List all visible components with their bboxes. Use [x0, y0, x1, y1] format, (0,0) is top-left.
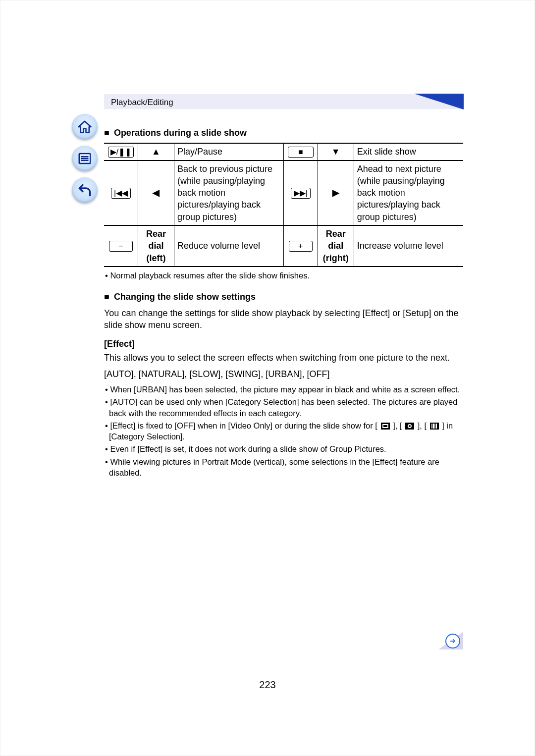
table-row: ▶/❚❚ ▲ Play/Pause ■ ▼ Exit slide show [104, 143, 463, 160]
toc-button[interactable] [72, 146, 98, 171]
next-circle [445, 634, 460, 648]
list-item: While viewing pictures in Portrait Mode … [105, 456, 463, 479]
svg-rect-12 [433, 424, 434, 429]
bullet-text-part: [Effect] is fixed to [OFF] when in [Vide… [110, 421, 377, 430]
ops-footnote: • Normal playback resumes after the slid… [105, 270, 463, 281]
settings-intro: You can change the settings for slide sh… [104, 307, 463, 331]
bullet-text-part: ], [ [418, 421, 427, 430]
cell: Back to previous picture (while pausing/… [174, 161, 284, 225]
settings-heading: Changing the slide show settings [104, 291, 463, 303]
svg-rect-6 [383, 425, 387, 427]
right-arrow-icon: ▶ [332, 188, 339, 198]
table-row: − Rear dial (left) Reduce volume level +… [104, 225, 463, 267]
prev-track-icon: |◀◀ [111, 188, 131, 199]
ops-footnote-text: Normal playback resumes after the slide … [110, 271, 310, 280]
category-icon-2 [405, 423, 414, 430]
section-header: Playback/Editing [104, 94, 463, 109]
next-track-icon: ▶▶| [291, 188, 311, 199]
stop-icon: ■ [288, 147, 314, 158]
minus-icon: − [109, 241, 133, 252]
cell: Increase volume level [354, 225, 463, 267]
effect-label: [Effect] [104, 338, 463, 350]
left-arrow-icon: ◀ [153, 188, 160, 198]
ops-heading: Operations during a slide show [104, 127, 463, 139]
rear-dial-right-label: Rear dial (right) [318, 225, 354, 267]
svg-rect-11 [431, 424, 432, 429]
effect-intro: This allows you to select the screen eff… [104, 352, 463, 364]
back-button[interactable] [72, 177, 98, 203]
cell: Ahead to next picture (while pausing/pla… [354, 161, 463, 225]
cell: Play/Pause [174, 143, 284, 160]
down-arrow-icon: ▼ [331, 147, 340, 157]
svg-rect-14 [436, 424, 437, 429]
list-item: [Effect] is fixed to [OFF] when in [Vide… [105, 420, 463, 442]
rear-dial-left-label: Rear dial (left) [138, 225, 174, 267]
nav-column [72, 114, 102, 209]
category-icon-1 [381, 423, 390, 430]
category-icon-3 [430, 423, 439, 430]
table-row: |◀◀ ◀ Back to previous picture (while pa… [104, 161, 463, 225]
play-pause-icon: ▶/❚❚ [108, 147, 134, 158]
up-arrow-icon: ▲ [152, 147, 160, 157]
plus-icon: + [289, 241, 313, 252]
header-corner [414, 94, 464, 109]
home-button[interactable] [72, 114, 98, 140]
page-number: 223 [0, 678, 535, 692]
list-item: Even if [Effect] is set, it does not wor… [105, 443, 463, 454]
effect-options: [AUTO], [NATURAL], [SLOW], [SWING], [URB… [104, 368, 463, 380]
operations-table: ▶/❚❚ ▲ Play/Pause ■ ▼ Exit slide show |◀… [104, 143, 463, 267]
bullet-text-part: ], [ [393, 421, 402, 430]
back-icon [77, 182, 93, 198]
svg-rect-13 [434, 424, 435, 429]
effect-notes: When [URBAN] has been selected, the pict… [105, 384, 463, 478]
content-area: Operations during a slide show ▶/❚❚ ▲ Pl… [104, 124, 463, 480]
arrow-right-icon [449, 638, 456, 645]
list-item: [AUTO] can be used only when [Category S… [105, 396, 463, 419]
next-page-button[interactable] [438, 632, 463, 649]
cell: Reduce volume level [174, 225, 284, 267]
cell: Exit slide show [354, 143, 463, 160]
page: Playback/Editing Operations during a sli… [0, 0, 535, 756]
breadcrumb: Playback/Editing [111, 97, 173, 108]
list-item: When [URBAN] has been selected, the pict… [105, 384, 463, 395]
svg-point-9 [409, 425, 411, 427]
toc-icon [77, 151, 92, 166]
home-icon [77, 119, 92, 134]
